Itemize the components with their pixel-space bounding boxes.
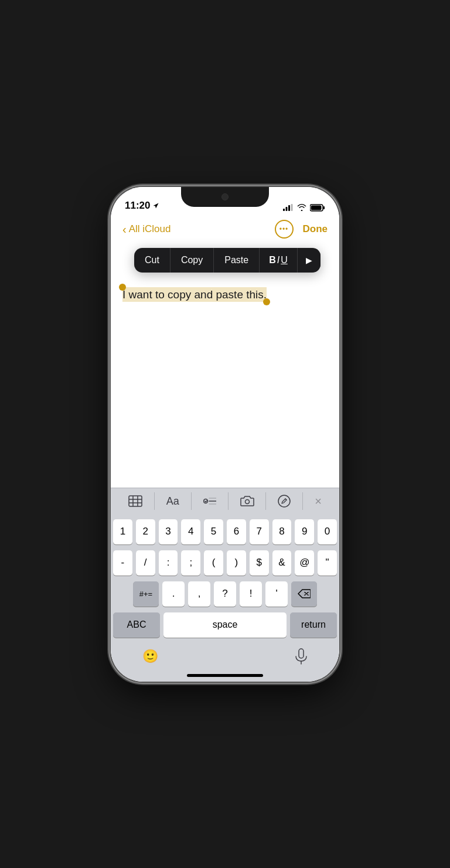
key-4[interactable]: 4 [181,519,200,544]
abc-key[interactable]: ABC [113,612,160,638]
keyboard-toolbar: Aa [111,488,339,515]
return-key[interactable]: return [290,612,337,638]
back-chevron-icon: ‹ [122,223,127,235]
keyboard: 1 2 3 4 5 6 7 8 9 0 - / : ; ( ) $ & [111,515,339,672]
note-text[interactable]: I want to copy and paste this. [122,287,328,304]
svg-rect-0 [283,209,285,211]
selection-handle-left[interactable] [119,284,126,291]
status-icons [283,204,325,212]
key-semicolon[interactable]: ; [181,550,200,576]
font-icon: Aa [166,495,179,508]
notch-camera [221,193,229,200]
key-apostrophe[interactable]: ' [265,581,288,607]
checklist-icon [203,495,216,507]
markup-icon [278,495,291,508]
time-display: 11:20 [125,200,150,212]
symbol-row: - / : ; ( ) $ & @ " [113,550,337,576]
key-rparen[interactable]: ) [227,550,246,576]
delete-key[interactable] [291,581,317,607]
home-indicator [187,674,263,677]
key-quote[interactable]: " [318,550,337,576]
key-period[interactable]: . [162,581,185,607]
key-dash[interactable]: - [113,550,132,576]
more-symbol-row: #+= . , ? ! ' [113,581,337,607]
key-1[interactable]: 1 [113,519,132,544]
status-time: 11:20 [125,200,159,212]
paste-button[interactable]: Paste [214,248,260,273]
svg-rect-1 [286,207,288,211]
space-key[interactable]: space [163,612,287,638]
toolbar-divider-1 [154,492,155,510]
camera-icon [240,495,254,507]
delete-icon [298,589,311,598]
location-arrow-icon [152,202,159,209]
key-dollar[interactable]: $ [250,550,269,576]
svg-rect-5 [323,206,325,209]
underline-format-label: U [281,255,288,265]
notch [181,187,269,207]
checklist-toolbar-button[interactable] [199,493,221,509]
toolbar-divider-5 [302,492,303,510]
key-slash[interactable]: / [136,550,155,576]
phone-frame: 11:20 [111,187,339,682]
nav-actions: ••• Done [275,220,328,239]
svg-rect-18 [299,649,304,658]
format-button[interactable]: B I U [260,248,298,273]
emoji-button[interactable]: 🙂 [142,649,158,664]
svg-rect-7 [129,496,142,506]
key-3[interactable]: 3 [159,519,178,544]
signal-icon [283,204,294,211]
copy-button[interactable]: Copy [171,248,214,273]
camera-toolbar-button[interactable] [236,493,259,509]
svg-point-17 [278,495,290,507]
selected-text: I want to copy and paste this. [122,287,267,302]
key-7[interactable]: 7 [250,519,269,544]
key-lparen[interactable]: ( [204,550,223,576]
key-exclaim[interactable]: ! [240,581,262,607]
key-2[interactable]: 2 [136,519,155,544]
done-button[interactable]: Done [303,223,328,235]
number-row: 1 2 3 4 5 6 7 8 9 0 [113,519,337,544]
back-button[interactable]: ‹ All iCloud [122,223,171,235]
key-comma[interactable]: , [188,581,210,607]
screen: 11:20 [111,187,339,682]
key-question[interactable]: ? [214,581,236,607]
svg-rect-2 [288,205,290,211]
menu-more-arrow[interactable]: ▶ [298,249,321,272]
table-toolbar-button[interactable] [124,493,147,509]
note-content: I want to copy and paste this. [122,288,267,301]
svg-rect-3 [291,204,293,211]
key-hashtag-switch[interactable]: #+= [133,581,159,607]
bottom-row: ABC space return [113,612,337,638]
key-at[interactable]: @ [295,550,314,576]
toolbar-divider-4 [265,492,266,510]
font-toolbar-button[interactable]: Aa [162,493,184,510]
close-icon: × [315,495,322,508]
cut-button[interactable]: Cut [134,248,171,273]
key-ampersand[interactable]: & [272,550,292,576]
more-dots-icon: ••• [279,225,289,233]
keyboard-bottom-bar: 🙂 [113,644,337,669]
key-9[interactable]: 9 [295,519,314,544]
key-8[interactable]: 8 [272,519,292,544]
dictate-button[interactable] [295,648,308,665]
key-0[interactable]: 0 [318,519,337,544]
svg-point-16 [245,500,249,504]
content-area[interactable]: Cut Copy Paste B I U ▶ I want to copy an… [111,242,339,488]
selection-handle-right[interactable] [263,298,270,305]
svg-rect-6 [311,205,322,210]
context-menu: Cut Copy Paste B I U ▶ [134,248,321,273]
key-6[interactable]: 6 [227,519,246,544]
toolbar-divider-2 [191,492,192,510]
close-toolbar-button[interactable]: × [310,492,326,510]
home-indicator-bar [111,672,339,682]
battery-icon [310,204,325,212]
key-5[interactable]: 5 [204,519,223,544]
nav-bar: ‹ All iCloud ••• Done [111,216,339,242]
key-colon[interactable]: : [159,550,178,576]
back-label: All iCloud [129,223,171,235]
table-icon [128,495,142,507]
wifi-icon [297,204,306,211]
more-button[interactable]: ••• [275,220,294,239]
markup-toolbar-button[interactable] [273,492,295,510]
